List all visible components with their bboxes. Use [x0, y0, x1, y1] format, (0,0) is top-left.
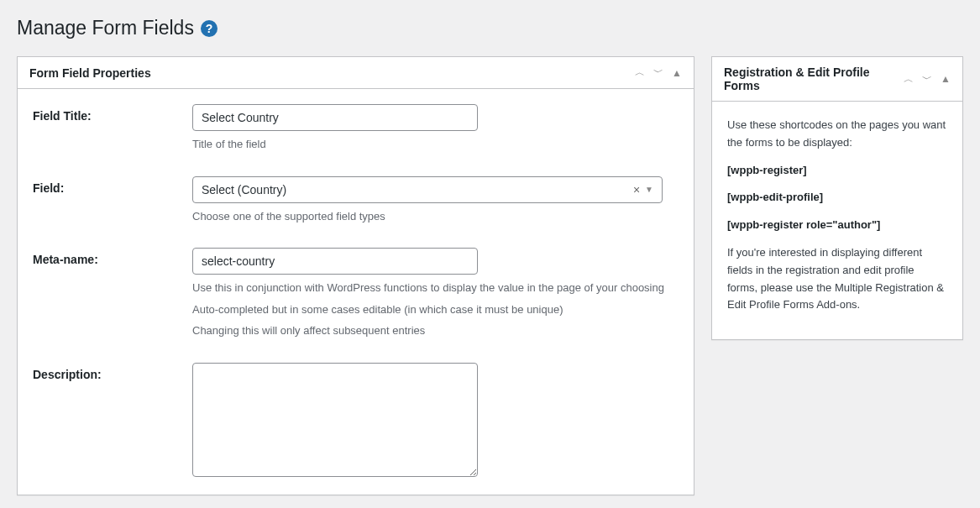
collapse-toggle-icon[interactable]: ▲	[672, 67, 682, 79]
panel-title: Form Field Properties	[29, 66, 151, 80]
meta-name-help-3: Changing this will only affect subsequen…	[192, 322, 679, 339]
sidebar-shortcode-3: [wppb-register role="author"]	[727, 218, 880, 231]
sidebar-footer: If you're interested in displaying diffe…	[727, 244, 947, 314]
move-up-icon[interactable]: ︿	[635, 65, 645, 80]
move-down-icon[interactable]: ﹀	[653, 65, 663, 80]
clear-icon[interactable]: ×	[633, 183, 640, 196]
description-textarea[interactable]	[192, 363, 478, 477]
field-title-label: Field Title:	[33, 104, 192, 153]
field-title-input[interactable]	[192, 104, 478, 131]
help-icon[interactable]: ?	[201, 20, 217, 37]
field-type-label: Field:	[33, 176, 192, 225]
meta-name-help-1: Use this in conjunction with WordPress f…	[192, 280, 679, 296]
sidebar-intro: Use these shortcodes on the pages you wa…	[727, 117, 947, 152]
move-up-icon[interactable]: ︿	[904, 72, 914, 86]
meta-name-help-2: Auto-completed but in some cases editabl…	[192, 301, 679, 318]
move-down-icon[interactable]: ﹀	[922, 72, 932, 86]
sidebar-panel-title: Registration & Edit Profile Forms	[724, 65, 875, 92]
sidebar-shortcode-1: [wppb-register]	[727, 164, 807, 176]
form-field-properties-panel: Form Field Properties ︿ ﹀ ▲ Field Title:…	[17, 56, 694, 495]
meta-name-input[interactable]	[192, 248, 478, 275]
field-type-value: Select (Country)	[202, 183, 286, 196]
field-type-select[interactable]: Select (Country) × ▼	[192, 176, 663, 203]
dropdown-arrow-icon[interactable]: ▼	[645, 185, 653, 194]
meta-name-label: Meta-name:	[33, 248, 192, 339]
registration-forms-panel: Registration & Edit Profile Forms ︿ ﹀ ▲ …	[711, 56, 963, 340]
description-label: Description:	[33, 363, 192, 479]
page-title: Manage Form Fields	[17, 17, 194, 39]
field-title-help: Title of the field	[192, 136, 679, 153]
sidebar-shortcode-2: [wppb-edit-profile]	[727, 191, 823, 203]
field-type-help: Choose one of the supported field types	[192, 208, 679, 225]
collapse-toggle-icon[interactable]: ▲	[941, 73, 951, 85]
